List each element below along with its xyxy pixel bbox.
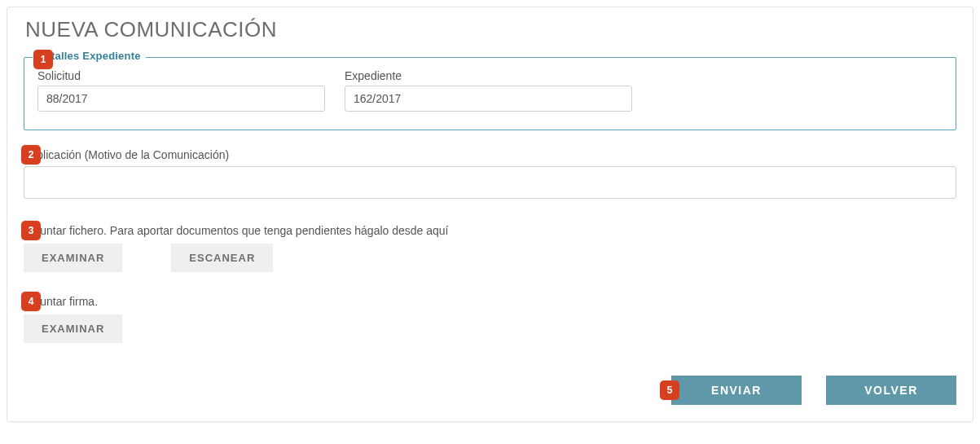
section-attach-sign: 4 Adjuntar firma. EXAMINAR [24, 295, 956, 343]
attach-file-buttons: EXAMINAR ESCANEAR [24, 244, 956, 272]
step-badge-2: 2 [21, 145, 41, 165]
step-badge-3: 3 [21, 221, 41, 240]
page-title: NUEVA COMUNICACIÓN [25, 17, 956, 42]
back-button[interactable]: VOLVER [826, 376, 956, 405]
attach-sign-buttons: EXAMINAR [24, 314, 956, 343]
step-badge-5: 5 [660, 380, 679, 400]
expediente-label: Expediente [345, 69, 632, 82]
details-row: Solicitud Expediente [37, 69, 943, 112]
explain-input[interactable] [24, 166, 956, 199]
expediente-field: Expediente [345, 69, 632, 112]
solicitud-label: Solicitud [37, 69, 325, 82]
scan-file-button[interactable]: ESCANEAR [171, 244, 273, 272]
step-badge-4: 4 [21, 292, 41, 311]
step-badge-1: 1 [33, 50, 53, 69]
expediente-input[interactable] [345, 86, 632, 112]
section-details: 1 Detalles Expediente Solicitud Expedien… [24, 57, 956, 130]
section-explain: 2 Explicación (Motivo de la Comunicación… [24, 148, 956, 201]
main-panel: NUEVA COMUNICACIÓN 1 Detalles Expediente… [7, 7, 973, 422]
details-fieldset: Detalles Expediente Solicitud Expediente [24, 57, 956, 130]
send-button-wrap: 5 ENVIAR [671, 376, 802, 405]
section-attach-file: 3 Adjuntar fichero. Para aportar documen… [24, 224, 956, 272]
solicitud-input[interactable] [37, 86, 325, 112]
footer-row: 5 ENVIAR VOLVER [24, 376, 956, 405]
attach-sign-label: Adjuntar firma. [24, 295, 956, 308]
send-button[interactable]: ENVIAR [671, 376, 802, 405]
explain-label: Explicación (Motivo de la Comunicación) [24, 148, 956, 161]
solicitud-field: Solicitud [37, 69, 325, 112]
examine-file-button[interactable]: EXAMINAR [24, 244, 122, 272]
attach-file-label: Adjuntar fichero. Para aportar documento… [24, 224, 956, 237]
examine-sign-button[interactable]: EXAMINAR [24, 314, 122, 343]
